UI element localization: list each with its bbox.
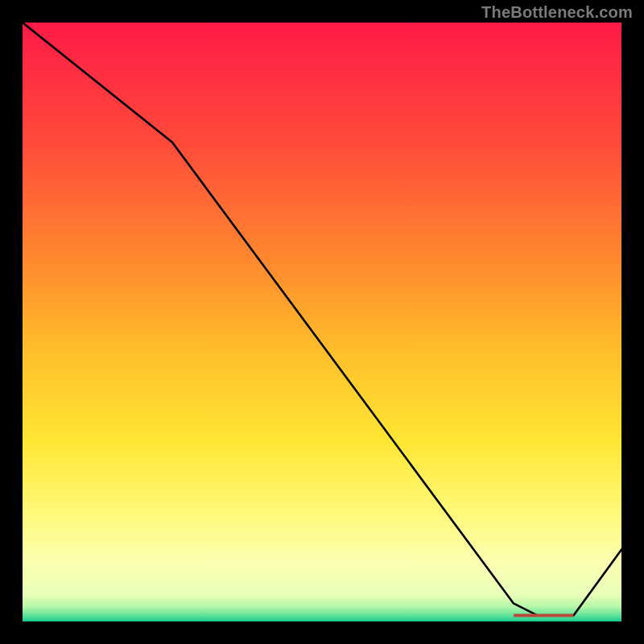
plot-inner bbox=[23, 23, 621, 621]
gradient-bg bbox=[23, 23, 621, 621]
chart-stage: TheBottleneck.com bbox=[0, 0, 644, 644]
chart-svg bbox=[23, 23, 621, 621]
plot-frame bbox=[23, 23, 621, 621]
band-marker bbox=[514, 614, 573, 617]
attribution-label: TheBottleneck.com bbox=[481, 3, 633, 22]
